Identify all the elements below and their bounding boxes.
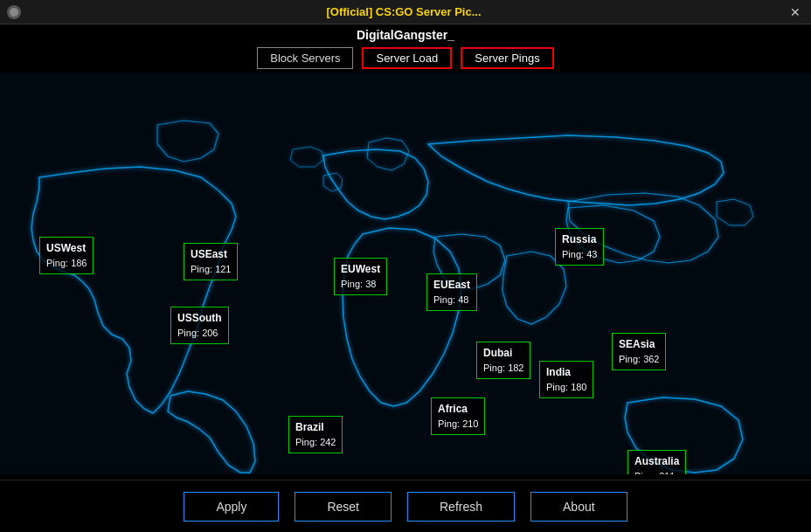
- server-name: USWest: [46, 240, 87, 256]
- server-name: EUWest: [341, 261, 380, 277]
- server-label-brazil[interactable]: BrazilPing: 242: [288, 416, 343, 453]
- server-name: USSouth: [177, 310, 222, 326]
- refresh-button[interactable]: Refresh: [407, 492, 515, 522]
- window-title: [Official] CS:GO Server Pic...: [21, 5, 787, 18]
- world-map: [0, 73, 811, 474]
- server-ping: Ping: 43: [562, 247, 597, 262]
- title-bar: [Official] CS:GO Server Pic... ✕: [0, 0, 811, 24]
- tab-block-servers[interactable]: Block Servers: [257, 47, 353, 69]
- server-ping: Ping: 242: [295, 435, 336, 450]
- server-name: Russia: [562, 231, 597, 247]
- server-label-india[interactable]: IndiaPing: 180: [539, 361, 593, 398]
- server-ping: Ping: 121: [191, 262, 231, 277]
- server-name: USEast: [191, 246, 231, 262]
- server-label-ussouth[interactable]: USSouthPing: 206: [170, 307, 229, 344]
- tab-server-load[interactable]: Server Load: [362, 47, 452, 69]
- app-icon: [7, 5, 21, 19]
- apply-button[interactable]: Apply: [184, 492, 279, 522]
- bottom-bar: ApplyResetRefreshAbout: [0, 480, 811, 532]
- tab-server-pings[interactable]: Server Pings: [461, 47, 553, 69]
- server-name: EUEast: [433, 277, 470, 293]
- server-label-eueast[interactable]: EUEastPing: 48: [426, 273, 477, 311]
- server-label-useast[interactable]: USEastPing: 121: [184, 243, 238, 280]
- server-label-australia[interactable]: AustraliaPing: 311: [627, 450, 686, 474]
- server-name: Africa: [438, 401, 478, 417]
- server-label-africa[interactable]: AfricaPing: 210: [431, 397, 485, 435]
- server-name: SEAsia: [619, 336, 659, 352]
- server-ping: Ping: 206: [177, 326, 222, 341]
- close-button[interactable]: ✕: [787, 5, 804, 19]
- svg-point-0: [10, 8, 18, 17]
- svg-rect-1: [0, 73, 811, 474]
- server-name: Dubai: [483, 345, 523, 361]
- server-label-dubai[interactable]: DubaiPing: 182: [476, 342, 530, 379]
- map-container: USWestPing: 186USEastPing: 121USSouthPin…: [0, 73, 811, 474]
- about-button[interactable]: About: [530, 492, 627, 522]
- server-ping: Ping: 210: [438, 417, 478, 432]
- server-name: Brazil: [295, 419, 336, 435]
- server-ping: Ping: 180: [546, 380, 586, 395]
- server-ping: Ping: 311: [634, 469, 679, 474]
- server-ping: Ping: 48: [433, 293, 470, 307]
- server-ping: Ping: 38: [341, 277, 380, 292]
- server-ping: Ping: 186: [46, 256, 87, 271]
- server-name: India: [546, 364, 586, 380]
- server-label-uswest[interactable]: USWestPing: 186: [39, 237, 94, 274]
- server-ping: Ping: 362: [619, 352, 659, 367]
- server-label-seasia[interactable]: SEAsiaPing: 362: [612, 333, 666, 370]
- server-label-euwest[interactable]: EUWestPing: 38: [334, 258, 387, 295]
- tab-bar: Block ServersServer LoadServer Pings: [0, 44, 811, 73]
- reset-button[interactable]: Reset: [295, 492, 392, 522]
- server-label-russia[interactable]: RussiaPing: 43: [555, 228, 604, 266]
- server-ping: Ping: 182: [483, 361, 523, 376]
- server-name: Australia: [634, 453, 679, 469]
- username-subtitle: DigitalGangster_: [0, 24, 811, 44]
